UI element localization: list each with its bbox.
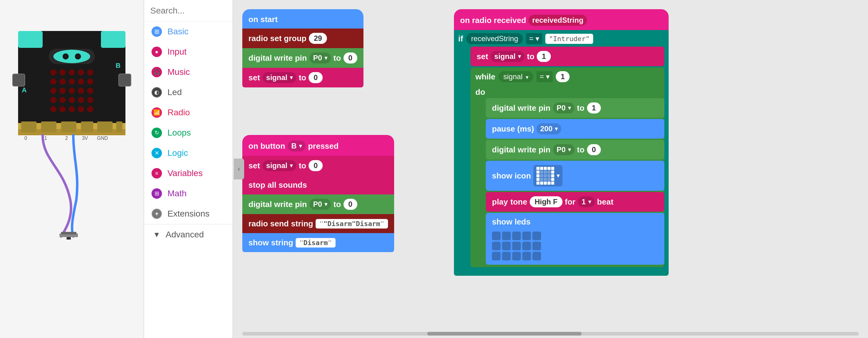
signal-value-3[interactable]: 1 xyxy=(537,51,551,62)
if-block[interactable]: if receivedString = ▾ "Intruder" set xyxy=(454,30,669,272)
button-b-dropdown[interactable]: B ▾ xyxy=(288,141,306,152)
svg-point-16 xyxy=(87,69,93,75)
signal-dropdown-1[interactable]: signal ▾ xyxy=(262,72,296,83)
sidebar-item-variables[interactable]: ≡ Variables xyxy=(144,163,232,183)
digital-write-block-3[interactable]: digital write pin P0 ▾ to 1 xyxy=(486,98,664,118)
write-value-2[interactable]: 0 xyxy=(343,199,357,210)
play-tone-block[interactable]: play tone High F for 1 ▾ beat xyxy=(486,192,664,212)
sidebar-item-math[interactable]: ⊞ Math xyxy=(144,183,232,204)
condition-op[interactable]: = ▾ xyxy=(526,33,542,44)
if-close xyxy=(458,268,664,272)
write-value-1[interactable]: 0 xyxy=(343,53,357,63)
show-leds-block[interactable]: show leds xyxy=(486,213,664,265)
sidebar-item-input[interactable]: ● Input xyxy=(144,42,232,62)
pin-dropdown-1[interactable]: P0 ▾ xyxy=(309,53,331,63)
microbit-board-svg: A B xyxy=(12,31,131,240)
radio-group-value[interactable]: 29 xyxy=(309,33,327,44)
svg-point-34 xyxy=(69,106,75,112)
sidebar-item-loops[interactable]: ↻ Loops xyxy=(144,123,232,143)
on-button-hat[interactable]: on button B ▾ pressed xyxy=(242,135,394,156)
on-start-label: on start xyxy=(248,15,278,24)
leds-grid xyxy=(492,232,541,260)
extensions-label: Extensions xyxy=(167,209,210,219)
pause-block[interactable]: pause (ms) 200 ▾ xyxy=(486,119,664,139)
icon-selector[interactable]: ▾ xyxy=(533,165,562,186)
sidebar-item-music[interactable]: 🎧 Music xyxy=(144,62,232,82)
sidebar-item-basic[interactable]: ⊞ Basic xyxy=(144,22,232,42)
signal-dropdown-3[interactable]: signal ▾ xyxy=(491,51,525,62)
svg-point-21 xyxy=(87,79,93,85)
set-signal-block-3[interactable]: set signal ▾ to 1 xyxy=(470,47,664,66)
sidebar-item-logic[interactable]: ✕ Logic xyxy=(144,143,232,163)
sidebar-item-led[interactable]: ◐ Led xyxy=(144,82,232,102)
svg-text:B: B xyxy=(116,62,121,69)
received-string-dropdown[interactable]: receivedString xyxy=(528,15,587,26)
icon-grid xyxy=(536,167,554,185)
math-icon: ⊞ xyxy=(152,188,162,199)
stop-sounds-block[interactable]: stop all sounds xyxy=(242,176,394,194)
pin-dropdown-4[interactable]: P0 ▾ xyxy=(553,144,575,155)
while-var[interactable]: signal ▾ xyxy=(498,71,533,82)
sidebar-toggle[interactable]: ‹ xyxy=(234,159,244,179)
pin-dropdown-2[interactable]: P0 ▾ xyxy=(309,199,331,210)
show-leds-text: show leds xyxy=(492,217,531,227)
set-signal-block-1[interactable]: set signal ▾ to 0 xyxy=(242,68,364,87)
signal-value-1[interactable]: 0 xyxy=(309,72,322,83)
loops-icon: ↻ xyxy=(152,128,162,138)
signal-dropdown-2[interactable]: signal ▾ xyxy=(262,160,296,171)
svg-point-15 xyxy=(78,69,84,75)
svg-point-12 xyxy=(50,69,56,75)
canvas-scrollbar[interactable] xyxy=(242,332,859,336)
radio-send-block[interactable]: radio send string ""Disarm" Disarm" xyxy=(242,214,394,233)
svg-rect-52 xyxy=(67,237,71,240)
radio-received-stack: on radio received receivedString if rece… xyxy=(454,9,669,276)
on-start-group: on start radio set group 29 digital writ… xyxy=(242,9,364,87)
digital-write-block-2[interactable]: digital write pin P0 ▾ to 0 xyxy=(242,194,394,214)
digital-write-text-1: digital write pin xyxy=(248,53,307,63)
on-button-group: on button B ▾ pressed set signal ▾ to 0 … xyxy=(242,135,394,252)
canvas-scroll-thumb[interactable] xyxy=(427,332,582,336)
condition-var[interactable]: receivedString xyxy=(466,33,523,44)
svg-rect-42 xyxy=(81,121,93,132)
pressed-label: pressed xyxy=(308,142,339,151)
svg-point-20 xyxy=(78,79,84,85)
to-label-4: to xyxy=(333,200,341,209)
write-value-3[interactable]: 1 xyxy=(587,102,601,114)
condition-val: "Intruder" xyxy=(545,34,593,44)
sidebar-item-extensions[interactable]: + Extensions xyxy=(144,204,232,224)
svg-rect-11 xyxy=(119,74,131,86)
svg-point-17 xyxy=(50,79,56,85)
sidebar-item-radio[interactable]: 📶 Radio xyxy=(144,102,232,123)
on-button-stack: on button B ▾ pressed set signal ▾ to 0 … xyxy=(242,135,394,252)
svg-point-23 xyxy=(60,88,66,94)
write-value-4[interactable]: 0 xyxy=(587,144,601,155)
set-text-1: set xyxy=(248,73,260,83)
pause-value-dropdown[interactable]: 200 ▾ xyxy=(536,123,561,134)
category-panel: 🔍 ⊞ Basic ● Input 🎧 Music ◐ xyxy=(144,0,233,338)
set-signal-block-2[interactable]: set signal ▾ to 0 xyxy=(242,156,394,176)
svg-point-29 xyxy=(69,97,75,103)
sidebar-item-advanced[interactable]: ▼ Advanced xyxy=(144,224,232,245)
svg-rect-43 xyxy=(97,121,113,132)
svg-point-19 xyxy=(69,79,75,85)
digital-write-block-1[interactable]: digital write pin P0 ▾ to 0 xyxy=(242,48,364,68)
while-op[interactable]: = ▾ xyxy=(536,71,553,82)
show-string-block[interactable]: show string "Disarm" xyxy=(242,233,394,252)
on-start-hat[interactable]: on start xyxy=(242,9,364,29)
while-label: while xyxy=(475,72,495,82)
pin-dropdown-3[interactable]: P0 ▾ xyxy=(553,102,575,114)
beats-dropdown[interactable]: 1 ▾ xyxy=(578,196,594,207)
signal-value-2[interactable]: 0 xyxy=(309,160,322,171)
category-list: ⊞ Basic ● Input 🎧 Music ◐ Led xyxy=(144,22,232,338)
svg-rect-10 xyxy=(12,74,25,86)
while-block[interactable]: while signal ▾ = ▾ 1 do xyxy=(470,67,664,267)
radio-received-hat[interactable]: on radio received receivedString xyxy=(454,9,669,30)
show-icon-block[interactable]: show icon xyxy=(486,161,664,191)
tone-value[interactable]: High F xyxy=(530,196,562,207)
while-val[interactable]: 1 xyxy=(556,71,569,82)
radio-set-group-block[interactable]: radio set group 29 xyxy=(242,29,364,48)
svg-point-5 xyxy=(53,50,90,63)
svg-point-14 xyxy=(69,69,75,75)
digital-write-block-4[interactable]: digital write pin P0 ▾ to 0 xyxy=(486,140,664,159)
digital-write-text-4: digital write pin xyxy=(492,145,551,155)
